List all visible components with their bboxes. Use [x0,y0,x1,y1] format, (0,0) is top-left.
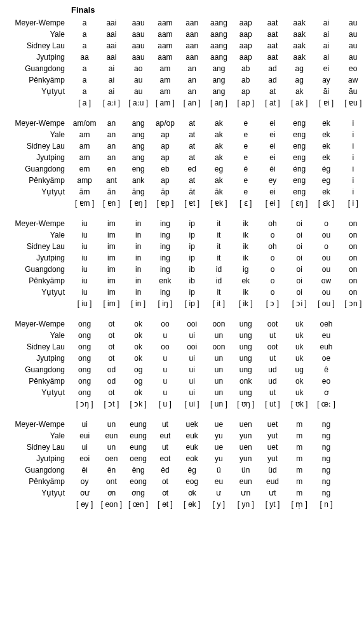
table-row: Yụtyụtaaiauamanangapatakăiău [3,86,364,97]
cell: uen [233,419,259,430]
table-row: Yaleeuieuneungeuteukyuyunyutmng [3,430,364,441]
cell: ad [259,63,286,74]
cell: eut [152,430,179,441]
cell: ut [259,353,286,364]
cell: eg [205,163,232,175]
cell: u [152,375,179,387]
cell: on [340,218,364,229]
cell: ek [233,275,259,286]
cell [340,318,364,330]
cell: e [233,175,259,186]
cell: enk [152,275,179,286]
cell: ek [313,186,339,198]
ipa-cell: [ ɐk ] [205,198,232,209]
cell [340,330,364,341]
table-row: Yaleaaaiaauaamaanaangaapaataakaiau [3,29,364,40]
row-label: Guangdong [3,63,71,74]
cell: ek [313,129,339,140]
row-cells: ongotokooooioonungootukeuh [71,341,364,353]
cell: an [98,129,125,140]
cell: un [205,387,232,398]
cell: an [98,140,125,152]
row-label: Yale [3,430,71,441]
ipa-cell: [ ɛ ] [233,198,259,209]
ipa-cell: [ ɐt ] [179,198,205,209]
cell: im [98,275,125,286]
cell: au [340,51,364,63]
cell: ant [98,175,125,186]
cell: êi [71,464,98,476]
cell: on [340,275,364,286]
cell: ơ [313,387,339,398]
table-row: Pênkyämpiuiminenkibidekooiowon [3,275,364,286]
cell: oh [259,218,286,229]
cell: id [205,264,232,275]
cell: eung [125,419,152,430]
table-block: Meyer-WempeuiuneungutuekueuenuetmngYalee… [3,419,364,510]
ipa-cell: [ ut ] [259,398,286,410]
cell: oo [152,318,179,330]
cell: uen [233,441,259,453]
cell: ei [259,129,286,140]
cell: in [125,264,152,275]
cell: ai [313,40,339,51]
cell: oeh [313,318,339,330]
row-cells: amanangapatakeeiengeki [71,152,364,163]
cell: au [125,86,152,97]
cell: a [71,63,98,74]
cell: ing [152,264,179,275]
cell: i [340,118,364,129]
cell: eong [125,476,152,487]
cell: o [313,241,339,252]
cell: ak [205,175,232,186]
cell: ug [286,364,313,375]
cell: aai [98,40,125,51]
cell: oi [286,286,313,298]
cell: in [125,252,152,264]
cell: am [71,152,98,163]
cell: ok [125,353,152,364]
row-cells: amanangapatakeeiengeki [71,129,364,140]
cell: an [98,118,125,129]
table-row: Guangdongiuiminingibidigooiouon [3,264,364,275]
cell: é [233,163,259,175]
cell: yun [233,453,259,464]
row-label: Yale [3,330,71,341]
cell: on [340,241,364,252]
cell: it [205,218,232,229]
cell: iu [71,241,98,252]
cell: aa [71,51,98,63]
cell: ot [98,387,125,398]
row-label: Meyer-Wempe [3,218,71,229]
table-row: Sidney Lauiuiminingipitikohoioon [3,241,364,252]
row-label: Yụtyụt [3,186,71,198]
cell: e [233,152,259,163]
cell: at [179,118,205,129]
row-label: Sidney Lau [3,341,71,353]
cell: aang [205,29,232,40]
row-cells: uiuneunguteukueuenuetmng [71,441,364,453]
cell: eun [233,476,259,487]
ipa-cell: [ n ] [313,499,339,510]
cell: ont [98,476,125,487]
cell: euh [313,341,339,353]
table-row: Yaleongotokuuiunungutukeu [3,330,364,341]
cell: ang [205,86,232,97]
cell: ong [71,364,98,375]
cell: uk [286,330,313,341]
ipa-cell: [ ɐm ] [71,198,98,209]
ipa-cell: [ ip ] [179,298,205,309]
cell: ng [313,464,339,476]
table-row: Meyer-Wempeuiuneungutuekueuenuetmng [3,419,364,430]
cell: aan [179,17,205,29]
cell: ăm [71,186,98,198]
cell: au [125,74,152,86]
row-label: Sidney Lau [3,40,71,51]
cell: aap [233,17,259,29]
cell: ong [71,387,98,398]
cell: euk [179,441,205,453]
cell: iu [71,252,98,264]
cell: a [71,74,98,86]
cell: eoi [71,453,98,464]
cell: ow [313,275,339,286]
